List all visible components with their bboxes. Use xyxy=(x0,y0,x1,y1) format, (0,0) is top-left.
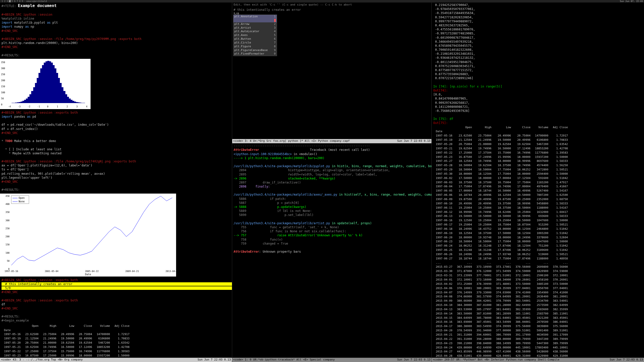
svg-text:1997-05-16: 1997-05-16 xyxy=(5,270,18,273)
page-title: Example document xyxy=(18,3,57,8)
traceback-buffer[interactable]: ----------------------------------------… xyxy=(232,143,432,254)
svg-text:300: 300 xyxy=(6,219,10,221)
completion-popup[interactable]: plt.Annotation1plt.Arrow2plt.Artist3plt.… xyxy=(233,15,277,56)
modeline-right: <code> 269:57 UR:-*Python* Bot <N> Infer… xyxy=(432,358,644,362)
histogram-chart: 050100150200250300350 -4-3-2-101234 xyxy=(0,59,91,109)
svg-text:100: 100 xyxy=(6,251,10,254)
modeline-mid-top: <code> 3: 4 U=:*Org Src foo.org[ python … xyxy=(232,139,432,143)
window-title: emacs@archibald xyxy=(26,0,47,3)
edit-header: Edit, then exit with 'C-c '' (C-c and si… xyxy=(232,3,432,7)
svg-rect-0 xyxy=(0,194,176,277)
ws-indicator[interactable]: 123456789 xyxy=(1,0,25,3)
org-result-table: OpenHighLowCloseVolumeAdj CloseDate1997-… xyxy=(0,323,232,358)
svg-text:2001-05-04: 2001-05-04 xyxy=(45,270,58,273)
svg-text:250: 250 xyxy=(6,227,10,230)
svg-text:Open: Open xyxy=(19,197,25,199)
svg-text:2009-04-21: 2009-04-21 xyxy=(125,270,139,273)
svg-text:None: None xyxy=(19,200,25,203)
svg-text:50: 50 xyxy=(7,259,10,262)
svg-text:2013-04-11: 2013-04-11 xyxy=(166,270,176,273)
svg-text:Date: Date xyxy=(85,273,91,276)
svg-text:2005-04-22: 2005-04-22 xyxy=(85,270,99,273)
org-buffer[interactable]: #+TITLE: Example document #+BEGIN_SRC ip… xyxy=(0,3,232,58)
modeline-mid-bot: <code> 1: 0 UR:*ob-ipython-traceback* Al… xyxy=(232,358,432,362)
timeseries-chart: 050100150200250300350400450 1997-05-1620… xyxy=(0,194,176,277)
modeline-left: <code> 43: 3 - -:-/../foo.org Top <N> Or… xyxy=(0,358,232,362)
svg-text:150: 150 xyxy=(6,243,10,246)
svg-text:350: 350 xyxy=(6,211,10,213)
ipython-repl[interactable]: 0.2194252583790047, -0.97845035079337706… xyxy=(432,3,644,358)
topbar: 123456789 emacs@archibald Sun Jun 07, 22… xyxy=(0,0,644,3)
svg-text:450: 450 xyxy=(6,195,10,197)
svg-text:400: 400 xyxy=(6,203,10,205)
svg-text:200: 200 xyxy=(6,235,10,238)
